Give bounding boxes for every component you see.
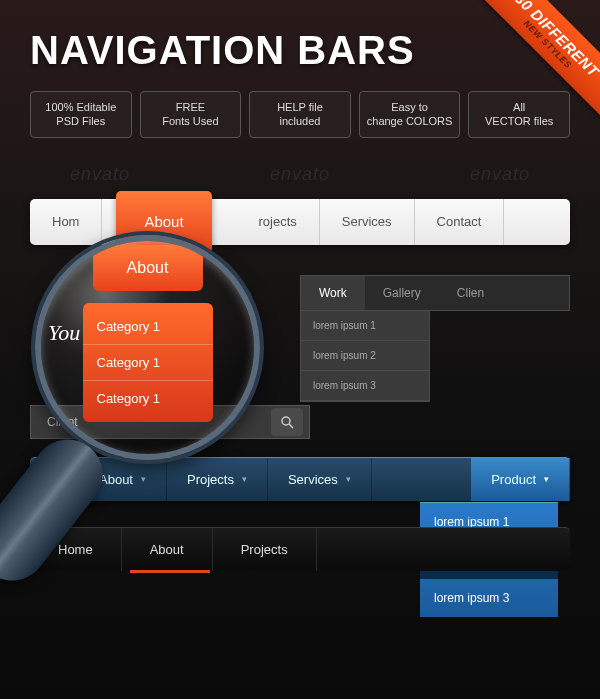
nav2-client[interactable]: Clien [439, 276, 502, 310]
navbar-black: Home About Projects [30, 527, 570, 571]
search-icon[interactable] [271, 408, 303, 436]
lens-dd-2[interactable]: Category 1 [83, 345, 213, 381]
watermark: envato envato envato [0, 164, 600, 185]
lens-dd-1[interactable]: Category 1 [83, 309, 213, 345]
navbar-dark-gray: Work Gallery Clien [300, 275, 570, 311]
chevron-down-icon: ▾ [242, 474, 247, 484]
nav2-dd-2[interactable]: lorem ipsum 2 [301, 341, 429, 371]
magnifying-glass: About Category 1 Category 1 Category 1 [35, 235, 265, 465]
chevron-down-icon: ▾ [141, 474, 146, 484]
nav2-dd-1[interactable]: lorem ipsum 1 [301, 311, 429, 341]
nav1-services[interactable]: Services [320, 199, 415, 245]
nav1-contact[interactable]: Contact [415, 199, 505, 245]
nav2-work[interactable]: Work [301, 276, 365, 310]
lens: About Category 1 Category 1 Category 1 [35, 235, 260, 460]
lens-dropdown: Category 1 Category 1 Category 1 [83, 303, 213, 422]
nav2-dd-3[interactable]: lorem ipsum 3 [301, 371, 429, 401]
chevron-down-icon: ▾ [544, 474, 549, 484]
svg-point-0 [282, 417, 290, 425]
nav4-about[interactable]: About [122, 528, 213, 571]
chevron-down-icon: ▾ [346, 474, 351, 484]
nav3-product[interactable]: Product ▾ [471, 458, 570, 501]
feature-help: HELP file included [249, 91, 351, 138]
svg-line-1 [289, 424, 293, 428]
nav4-projects[interactable]: Projects [213, 528, 317, 571]
feature-vector: All VECTOR files [468, 91, 570, 138]
lens-tab[interactable]: About [93, 245, 203, 291]
lens-dd-3[interactable]: Category 1 [83, 381, 213, 416]
feature-fonts: FREE Fonts Used [140, 91, 242, 138]
nav2-gallery[interactable]: Gallery [365, 276, 439, 310]
feature-row: 100% Editable PSD Files FREE Fonts Used … [0, 73, 600, 138]
nav3-dd-3[interactable]: lorem ipsum 3 [420, 579, 558, 617]
feature-colors: Easy to change COLORS [359, 91, 461, 138]
nav2-dropdown: lorem ipsum 1 lorem ipsum 2 lorem ipsum … [300, 311, 430, 402]
nav3-services[interactable]: Services ▾ [268, 458, 372, 501]
feature-psd: 100% Editable PSD Files [30, 91, 132, 138]
